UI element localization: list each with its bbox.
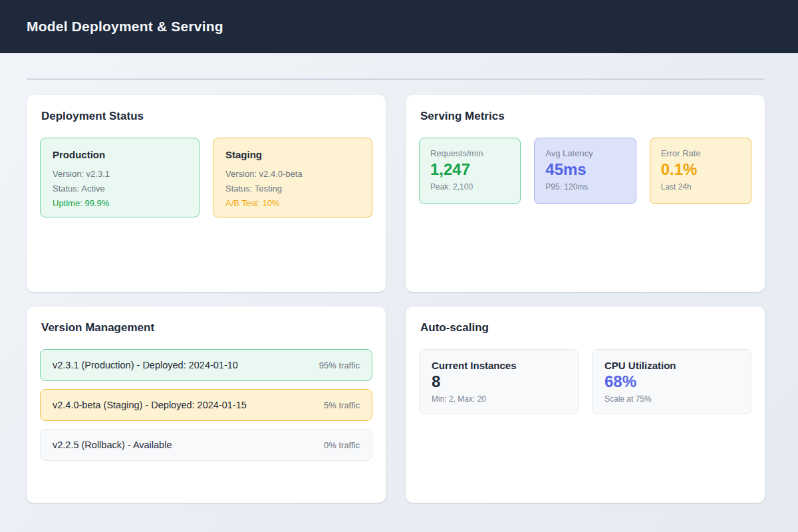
cpu-utilization-card: CPU Utilization 68% Scale at 75% [592, 349, 751, 414]
serving-metrics-title: Serving Metrics [420, 110, 751, 123]
deployment-status-card: Deployment Status Production Version: v2… [27, 95, 386, 292]
scale-value: 8 [432, 372, 566, 391]
dashboard-grid: Deployment Status Production Version: v2… [27, 95, 765, 503]
main-content: Deployment Status Production Version: v2… [0, 78, 798, 503]
env-status: Status: Active [53, 184, 187, 194]
metric-sub: P95: 120ms [545, 182, 624, 192]
auto-scaling-card: Auto-scaling Current Instances 8 Min: 2,… [406, 307, 765, 503]
env-uptime: Uptime: 99.9% [53, 198, 187, 208]
metric-value: 1,247 [430, 160, 509, 179]
scale-value: 68% [604, 372, 739, 391]
metric-value: 45ms [545, 160, 624, 179]
app-header: Model Deployment & Serving [0, 0, 798, 53]
env-name: Staging [225, 149, 360, 160]
version-row-rollback[interactable]: v2.2.5 (Rollback) - Available 0% traffic [40, 429, 372, 461]
staging-env-card: Staging Version: v2.4.0-beta Status: Tes… [213, 138, 372, 217]
auto-scaling-title: Auto-scaling [420, 321, 751, 334]
requests-metric-card: Requests/min 1,247 Peak: 2,100 [419, 138, 521, 204]
version-list: v2.3.1 (Production) - Deployed: 2024-01-… [40, 349, 372, 461]
deployment-status-title: Deployment Status [41, 110, 372, 123]
env-ab-test: A/B Test: 10% [225, 198, 360, 208]
version-label: v2.4.0-beta (Staging) - Deployed: 2024-0… [53, 400, 247, 410]
scale-label: Current Instances [432, 360, 566, 371]
environment-row: Production Version: v2.3.1 Status: Activ… [40, 138, 372, 217]
version-label: v2.3.1 (Production) - Deployed: 2024-01-… [53, 360, 238, 370]
metric-label: Avg Latency [545, 148, 624, 158]
version-traffic: 5% traffic [324, 400, 360, 410]
scale-label: CPU Utilization [604, 360, 739, 371]
env-status: Status: Testing [225, 184, 360, 194]
version-row-production[interactable]: v2.3.1 (Production) - Deployed: 2024-01-… [40, 349, 372, 381]
scale-sub: Scale at 75% [604, 394, 739, 404]
metric-label: Requests/min [430, 148, 509, 158]
version-management-title: Version Management [41, 321, 372, 334]
header-divider [27, 78, 765, 80]
version-traffic: 0% traffic [324, 440, 360, 450]
version-traffic: 95% traffic [319, 360, 360, 370]
metric-row: Requests/min 1,247 Peak: 2,100 Avg Laten… [419, 138, 751, 204]
version-row-staging[interactable]: v2.4.0-beta (Staging) - Deployed: 2024-0… [40, 389, 372, 421]
production-env-card: Production Version: v2.3.1 Status: Activ… [40, 138, 200, 217]
latency-metric-card: Avg Latency 45ms P95: 120ms [534, 138, 636, 204]
metric-sub: Last 24h [661, 182, 740, 192]
version-label: v2.2.5 (Rollback) - Available [53, 440, 172, 450]
metric-label: Error Rate [661, 148, 740, 158]
serving-metrics-card: Serving Metrics Requests/min 1,247 Peak:… [406, 95, 765, 292]
scale-sub: Min: 2, Max: 20 [432, 394, 566, 404]
env-version: Version: v2.4.0-beta [225, 169, 360, 179]
metric-value: 0.1% [661, 160, 740, 179]
env-version: Version: v2.3.1 [53, 169, 187, 179]
error-rate-metric-card: Error Rate 0.1% Last 24h [650, 138, 751, 204]
metric-sub: Peak: 2,100 [430, 182, 509, 192]
scale-row: Current Instances 8 Min: 2, Max: 20 CPU … [419, 349, 751, 414]
current-instances-card: Current Instances 8 Min: 2, Max: 20 [419, 349, 579, 414]
page-title: Model Deployment & Serving [27, 19, 223, 35]
env-name: Production [53, 149, 187, 160]
version-management-card: Version Management v2.3.1 (Production) -… [27, 307, 386, 503]
